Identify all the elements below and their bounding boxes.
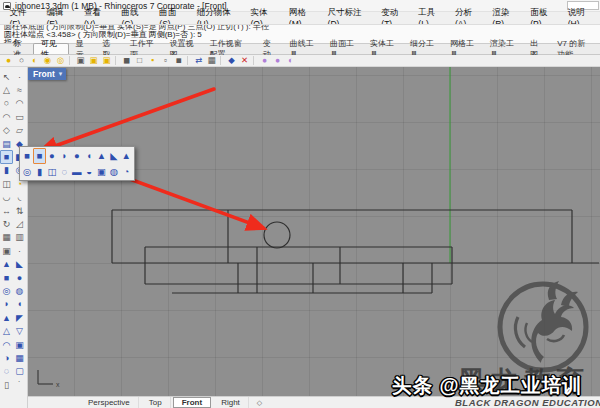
flyout-pyramid-icon[interactable]: ▲ (120, 148, 132, 164)
light-dim-icon[interactable]: ◐ (284, 55, 297, 66)
tool-trim-icon[interactable]: ▣ (0, 244, 13, 257)
tool-tube-icon[interactable]: ◌ (0, 365, 13, 378)
tool-extrusion-icon[interactable]: ▯ (0, 378, 13, 391)
tool-cube-icon[interactable]: ■ (0, 271, 13, 284)
tool-circle-icon[interactable]: ○ (0, 97, 13, 110)
tool-ellipse-icon[interactable]: ◠ (13, 97, 26, 110)
isolate-in-detail-icon[interactable]: ▣ (100, 55, 113, 66)
tool-control-point-curve-icon[interactable]: △ (0, 83, 13, 96)
tool-sketch-icon[interactable]: ≈ (13, 83, 26, 96)
flyout-sphere-icon[interactable]: ● (46, 148, 58, 164)
toolbar-tab-选取[interactable]: 选取 (96, 43, 123, 54)
tool-hemisphere-icon[interactable]: ◖ (13, 298, 26, 311)
osnap-magnet-icon[interactable]: ◆ (225, 55, 238, 66)
tool-pyramid-icon[interactable]: ▲ (0, 257, 13, 270)
viewport-tab-top[interactable]: Top (141, 397, 171, 408)
flyout-slab-icon[interactable]: ▬ (71, 164, 83, 180)
tool-slab-icon[interactable]: ▣ (13, 338, 26, 351)
toolbar-tab-渲染工具[interactable]: 渲染工具 (483, 43, 523, 54)
toolbar-tab-标准[interactable]: 标准 (6, 43, 33, 54)
swap-visibility-icon[interactable]: ⇄ (192, 55, 205, 66)
flyout-ellipse-solid-icon[interactable]: ◍ (108, 164, 120, 180)
tool-surface-icon[interactable]: ▤ (0, 137, 13, 150)
tool-chamfer-icon[interactable]: ◟ (13, 191, 26, 204)
tool-wedge-icon[interactable]: ◤ (13, 311, 26, 324)
tool-move-icon[interactable]: ↔ (0, 204, 13, 217)
tool-scale-icon[interactable]: ◿ (13, 217, 26, 230)
flyout-cylinder-icon[interactable]: ▮ (33, 164, 45, 180)
viewport-tab-front[interactable]: Front (173, 397, 211, 408)
toolbar-tab-显示[interactable]: 显示 (69, 43, 96, 54)
toolbar-tab-出图[interactable]: 出图 (523, 43, 550, 54)
tool-array-linear-icon[interactable]: ▥ (13, 231, 26, 244)
toolbar-tab-工作视窗配置[interactable]: 工作视窗配置 (203, 43, 256, 54)
lock-objects-icon[interactable]: ◼ (120, 55, 133, 66)
flyout-ellipsoid-icon[interactable]: ● (71, 148, 83, 164)
flyout-paraboloid-icon[interactable]: ◖ (83, 148, 95, 164)
tool-boolean-union-icon[interactable]: ◫ (0, 177, 13, 190)
tool-plane-icon[interactable]: ▱ (13, 124, 26, 137)
chevron-down-icon[interactable]: ▾ (59, 70, 63, 78)
tool-rectangle-icon[interactable]: ▭ (13, 110, 26, 123)
tool-lasso-icon[interactable]: · (13, 70, 26, 83)
layer-visibility-icon[interactable]: ▦ (205, 55, 218, 66)
toolbar-tab-设置视图[interactable]: 设置视图 (163, 43, 203, 54)
tool-pyramid-open-icon[interactable]: △ (0, 324, 13, 337)
viewport-tab-right[interactable]: Right (213, 397, 249, 408)
flyout-torus-icon[interactable]: ◎ (21, 164, 33, 180)
tool-box-tool-icon[interactable]: ■ (0, 150, 13, 163)
unlock-objects-icon[interactable]: □ (133, 55, 146, 66)
lock-selected-icon[interactable]: ▪ (146, 55, 159, 66)
toolbar-tab-曲面工具[interactable]: 曲面工具 (323, 43, 363, 54)
tool-pyramid-inv-icon[interactable]: ▽ (13, 324, 26, 337)
flyout-hemisphere-icon[interactable]: ◗ (58, 148, 70, 164)
tool-paraboloid-icon[interactable]: ◗ (0, 298, 13, 311)
show-selected-icon[interactable]: ◐ (28, 55, 41, 66)
isolate-objects-icon[interactable]: ◎ (54, 55, 67, 66)
tool-torus-icon[interactable]: ◎ (0, 284, 13, 297)
light-off-icon[interactable]: ● (271, 55, 284, 66)
tool-split-icon[interactable]: · (13, 244, 26, 257)
show-in-detail-icon[interactable]: ▣ (87, 55, 100, 66)
flyout-truncated-pyramid-icon[interactable]: ▣ (95, 164, 107, 180)
clear-all-icon[interactable]: ✕ (238, 55, 251, 66)
tool-grid-solid-icon[interactable]: ▦ (13, 351, 26, 364)
flyout-pipe-icon[interactable]: ◌ (58, 164, 70, 180)
viewport-tab-perspective[interactable]: Perspective (80, 397, 139, 408)
tool-cone-solid-icon[interactable]: ▲ (0, 311, 13, 324)
lock-swap-icon[interactable]: ▫ (159, 55, 172, 66)
viewport-title[interactable]: Front ▾ (28, 68, 66, 80)
toolbar-tab-曲线工具[interactable]: 曲线工具 (283, 43, 323, 54)
tool-arc-icon[interactable]: ◠ (0, 110, 13, 123)
tool-rotate-icon[interactable]: ↻ (0, 217, 13, 230)
tool-dome-icon[interactable]: ◠ (0, 338, 13, 351)
swap-hidden-icon[interactable]: ◉ (41, 55, 54, 66)
tool-fillet-edge-icon[interactable]: ◡ (0, 191, 13, 204)
tool-frame-solid-icon[interactable]: ▢ (13, 365, 26, 378)
toolbar-tab-细分工具[interactable]: 细分工具 (403, 43, 443, 54)
tool-extrude-icon[interactable]: ▮ (0, 164, 13, 177)
tool-copy-icon[interactable]: ⇅ (13, 204, 26, 217)
tool-more-icon[interactable]: ˙ (13, 378, 26, 391)
unlock-selected-icon[interactable]: ◾ (172, 55, 185, 66)
tool-ellipsoid-icon[interactable]: ◍ (13, 284, 26, 297)
new-viewport-icon[interactable]: ◇ (257, 399, 262, 407)
tool-sphere-icon[interactable]: ● (13, 271, 26, 284)
flyout-cone-icon[interactable]: ▲ (95, 148, 107, 164)
tool-select-icon[interactable]: ↖ (0, 70, 13, 83)
hide-objects-icon[interactable]: ● (2, 55, 15, 66)
flyout-dome-icon[interactable]: ◔ (120, 164, 132, 180)
toolbar-tab-实体工具[interactable]: 实体工具 (363, 43, 403, 54)
flyout-box-corner-icon[interactable]: ■ (21, 148, 33, 164)
tool-array-icon[interactable]: ▦ (0, 231, 13, 244)
toolbar-tab-可见性[interactable]: 可见性 (33, 43, 69, 54)
flyout-box-3pt-icon[interactable]: ■ (33, 148, 45, 164)
tool-cone-icon[interactable]: ◣ (13, 257, 26, 270)
light-on-icon[interactable]: ● (258, 55, 271, 66)
toolbar-tab-变动[interactable]: 变动 (256, 43, 283, 54)
hide-in-detail-icon[interactable]: ▣ (74, 55, 87, 66)
flyout-truncated-cone-icon[interactable]: ◣ (108, 148, 120, 164)
toolbar-tab-工作平面[interactable]: 工作平面 (123, 43, 163, 54)
toolbar-tab-网格工具[interactable]: 网格工具 (443, 43, 483, 54)
tool-half-sphere-icon[interactable]: ◑ (0, 351, 13, 364)
